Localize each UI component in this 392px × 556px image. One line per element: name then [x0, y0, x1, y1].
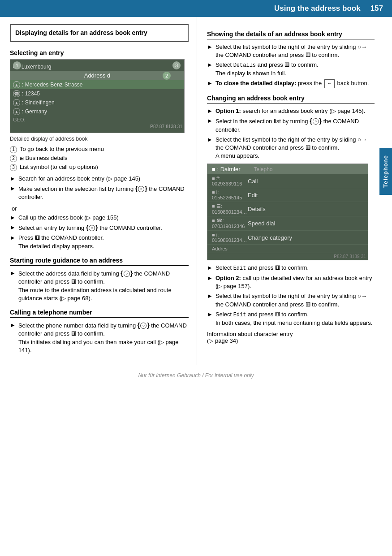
menu-header-text: : Daimler: [217, 166, 240, 172]
numbered-list: 1 To go back to the previous menu 2 ⊞ Bu…: [10, 146, 189, 171]
menu-item-4-icons: ■ ☎: 070319012346: [212, 218, 248, 229]
num-circle-2: 2: [10, 155, 17, 162]
arrow-icon: ►: [207, 61, 213, 69]
showing-details-title: Showing the details of an address book e…: [207, 30, 375, 39]
img-row-mercedes: ▲ : Mercedes-Benz-Strasse: [10, 80, 184, 89]
address-book-image: 1 3 : Luxembourg Address d 2 ▲ : Mercede…: [10, 59, 185, 133]
showing-bullet-3: ► To close the detailed display: press t…: [207, 79, 375, 88]
starting-route-title: Starting route guidance to an address: [10, 257, 189, 266]
arrow-icon: ►: [10, 224, 16, 232]
menu-item-5-label: Change category: [248, 234, 292, 241]
changing-bullet-2-1: ► Select Edit and press ⚅ to confirm.: [207, 264, 375, 272]
changing-bullet-2-3: ► Select the list symbol to the right of…: [207, 292, 375, 308]
section-box: Displaying details for an address book e…: [10, 24, 189, 42]
num-circle-1: 1: [10, 146, 17, 153]
menu-item-3-label: Details: [248, 206, 266, 212]
bullet-1-2: ► Make selection in the selection list b…: [10, 185, 189, 202]
footer: Nur für internen Gebrauch / For internal…: [0, 365, 392, 382]
info-line-2: (▷ page 34): [207, 337, 238, 344]
changing-bullet-2: ► Select in the selection list by turnin…: [207, 117, 375, 134]
menu-item-4: ■ ☎: 070319012346 Speed dial: [207, 216, 368, 231]
addr-header-bar: Address d 2: [10, 71, 184, 80]
arrow-icon: ►: [10, 321, 16, 329]
menu-item-5: ■ i: 01608601234… Change category: [207, 231, 368, 245]
arrow-icon: ►: [207, 274, 213, 282]
bullets-1: ► Search for an address book entry (▷ pa…: [10, 175, 189, 202]
page-number: 157: [367, 4, 387, 13]
img-row-germany: ▲ : Germany: [10, 107, 184, 116]
right-column: Showing the details of an address book e…: [197, 17, 381, 365]
calling-bullets: ► Select the phone number data field by …: [10, 321, 189, 354]
arrow-icon: ►: [10, 234, 16, 242]
menu-item-2-label: Edit: [248, 192, 258, 198]
or-text: or: [12, 205, 189, 212]
num-circle-3: 3: [10, 164, 17, 171]
arrow-icon: ►: [207, 43, 213, 51]
details-mono: Details: [233, 62, 256, 69]
arrow-icon: ►: [10, 214, 16, 222]
info-line: Information about character entry (▷ pag…: [207, 331, 375, 344]
changing-bullet-3: ► Select the list symbol to the right of…: [207, 136, 375, 160]
menu-image: ■ : Daimler Telepho ■ #: 00293639116 Cal…: [207, 164, 368, 260]
changing-bullet-1: ► Option 1: search for an address book e…: [207, 107, 375, 115]
menu-item-2-icons: ■ i: 01552265145: [212, 190, 248, 200]
arrow-icon: ►: [10, 185, 16, 193]
bullet-2-1: ► Call up the address book (▷ page 155): [10, 214, 189, 222]
controller-symbol: {○}: [135, 185, 147, 194]
menu-item-1-label: Call: [248, 178, 258, 185]
route-bullet-1: ► Select the address data field by turni…: [10, 269, 189, 302]
menu-header-icon: ■: [212, 166, 217, 172]
edit-mono-2: Edit: [233, 312, 246, 318]
menu-item-5-icons: ■ i: 01608601234…: [212, 232, 248, 243]
img-row-sindelfingen: ▲ : Sindelfingen: [10, 98, 184, 107]
selecting-entry-title: Selecting an entry: [10, 49, 189, 56]
house-icon: ⊞: [20, 155, 24, 161]
badge-2: 2: [163, 72, 171, 80]
changing-entry-title: Changing an address book entry: [207, 95, 375, 103]
menu-item-4-label: Speed dial: [248, 220, 275, 227]
num-list-item-2: 2 ⊞ Business details: [10, 155, 189, 162]
arrow-icon: ►: [207, 264, 213, 272]
num-list-item-1: 1 To go back to the previous menu: [10, 146, 189, 153]
showing-bullet-2: ► Select Details and press ⚅ to confirm.…: [207, 61, 375, 78]
showing-bullet-1: ► Select the list symbol to the right of…: [207, 43, 375, 59]
badge-3: 3: [172, 61, 181, 69]
changing-bullet-2-4: ► Select Edit and press ⚅ to confirm.In …: [207, 310, 375, 327]
image-caption: Detailed display of address book: [10, 136, 189, 142]
page-header: Using the address book 157: [0, 0, 392, 17]
bullet-1-1: ► Search for an address book entry (▷ pa…: [10, 175, 189, 183]
arrow-icon: ►: [207, 310, 213, 319]
menu-header: ■ : Daimler Telepho: [207, 164, 368, 174]
arrow-icon: ►: [207, 136, 213, 144]
controller-symbol-4: {○}: [138, 321, 150, 330]
num-item-text-1: To go back to the previous menu: [20, 146, 104, 152]
img-row-luxembourg: : Luxembourg: [10, 63, 184, 71]
arrow-icon: ►: [10, 269, 16, 277]
changing-bullet-2-2: ► Option 2: call up the detailed view fo…: [207, 274, 375, 290]
bullets-2: ► Call up the address book (▷ page 155) …: [10, 214, 189, 250]
menu-item-2: ■ i: 01552265145 Edit: [207, 188, 368, 202]
changing-bullets-2: ► Select Edit and press ⚅ to confirm. ► …: [207, 264, 375, 327]
num-item-text-2: ⊞ Business details: [20, 155, 68, 161]
menu-image-ref: P82.87-8139-31: [207, 253, 368, 260]
controller-symbol-3: {○}: [121, 269, 133, 278]
num-list-item-3: 3 List symbol (to call up options): [10, 164, 189, 171]
controller-symbol-2: {○}: [86, 224, 98, 233]
arrow-icon: ►: [207, 79, 213, 87]
controller-symbol-5: {○}: [310, 117, 322, 126]
arrow-icon: ►: [207, 117, 213, 125]
calling-bullet-1: ► Select the phone number data field by …: [10, 321, 189, 354]
menu-sub-text: Telepho: [254, 166, 272, 172]
main-content: Displaying details for an address book e…: [0, 17, 392, 365]
changing-bullets: ► Option 1: search for an address book e…: [207, 107, 375, 160]
menu-item-1: ■ #: 00293639116 Call: [207, 174, 368, 188]
bullet-2-3: ► Press ⚅ the COMAND controller.The deta…: [10, 234, 189, 250]
edit-mono-1: Edit: [233, 265, 246, 272]
info-line-1: Information about character entry: [207, 331, 293, 337]
menu-item-3: ■ ☰: 01608601234… Details: [207, 202, 368, 216]
arrow-icon: ►: [10, 175, 16, 183]
image-ref: P82.87-8138-31: [10, 123, 184, 129]
calling-number-title: Calling a telephone number: [10, 309, 189, 318]
header-title: Using the address book: [0, 4, 367, 13]
arrow-icon: ►: [207, 107, 213, 115]
